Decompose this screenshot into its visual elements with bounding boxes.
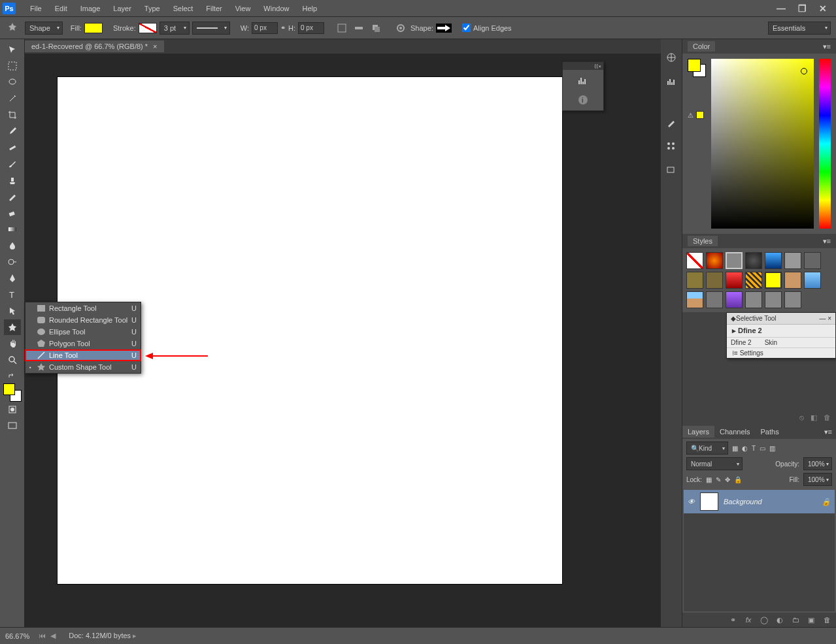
- layers-panel-menu-icon[interactable]: ▾≡: [820, 428, 836, 436]
- new-group-icon[interactable]: 🗀: [790, 615, 801, 625]
- selective-settings[interactable]: ⁞≡ Settings: [727, 348, 835, 358]
- dodge-tool[interactable]: [4, 254, 21, 270]
- magic-wand-tool[interactable]: [4, 91, 21, 106]
- histogram-icon[interactable]: [665, 74, 678, 88]
- marquee-tool[interactable]: [4, 58, 21, 74]
- style-swatch[interactable]: [726, 291, 743, 308]
- move-tool[interactable]: [4, 42, 21, 57]
- workspace-switcher[interactable]: Essentials: [768, 22, 831, 35]
- selective-minimize-icon[interactable]: —: [819, 315, 826, 322]
- style-swatch[interactable]: [765, 272, 782, 289]
- hue-slider[interactable]: [819, 59, 831, 229]
- gamut-warning-icon[interactable]: ⚠: [688, 111, 706, 119]
- document-info[interactable]: Doc: 4.12M/0 bytes: [69, 632, 137, 640]
- navigator-icon[interactable]: [665, 51, 678, 64]
- color-panel-fgbg[interactable]: [688, 59, 706, 77]
- new-adjustment-icon[interactable]: ◐: [775, 615, 785, 625]
- height-input[interactable]: [298, 22, 324, 34]
- new-layer-icon[interactable]: ▣: [806, 615, 816, 625]
- style-swatch[interactable]: [686, 252, 703, 269]
- history-brush-tool[interactable]: [4, 189, 21, 204]
- lock-position-icon[interactable]: ✥: [725, 476, 730, 483]
- color-panel-tab[interactable]: Color: [688, 41, 715, 52]
- lock-transparent-icon[interactable]: ▦: [706, 476, 712, 483]
- screen-mode-icon[interactable]: [4, 418, 21, 434]
- close-tab-icon[interactable]: ×: [153, 42, 157, 50]
- selective-item-1[interactable]: Dfine 2: [731, 339, 752, 346]
- gradient-tool[interactable]: [4, 221, 21, 237]
- fill-swatch[interactable]: [84, 23, 103, 33]
- frame-prev-icon[interactable]: ◀: [50, 632, 59, 641]
- style-swatch[interactable]: [804, 252, 821, 269]
- flyout-line-tool[interactable]: Line Tool U: [25, 349, 141, 361]
- style-swatch[interactable]: [784, 291, 801, 308]
- stroke-style-dropdown[interactable]: [192, 22, 230, 35]
- style-swatch[interactable]: [784, 252, 801, 269]
- selective-tool-panel[interactable]: ◆ Selective Tool — × ▸ Dfine 2 Dfine 2 S…: [726, 312, 836, 359]
- style-swatch[interactable]: [686, 272, 703, 289]
- stroke-weight-input[interactable]: 3 pt: [159, 22, 190, 35]
- pen-tool[interactable]: [4, 270, 21, 286]
- style-swatch[interactable]: [804, 272, 821, 289]
- style-swatch[interactable]: [765, 291, 782, 308]
- fx-icon[interactable]: fx: [743, 615, 754, 625]
- mask-icon[interactable]: ◧: [811, 413, 817, 422]
- add-mask-icon[interactable]: ◯: [759, 615, 769, 625]
- clone-stamp-tool[interactable]: [4, 172, 21, 188]
- custom-shape-thumb[interactable]: [436, 24, 452, 33]
- healing-brush-tool[interactable]: [4, 140, 21, 155]
- no-symbol-icon[interactable]: ⦸: [799, 413, 804, 422]
- filter-type-icon[interactable]: T: [752, 445, 756, 452]
- window-minimize[interactable]: —: [773, 3, 789, 14]
- layer-row-background[interactable]: 👁 Background 🔒: [684, 490, 835, 513]
- menu-window[interactable]: Window: [257, 2, 295, 15]
- panel-close-icon[interactable]: ×: [598, 63, 601, 69]
- window-close[interactable]: ✕: [815, 3, 831, 14]
- style-swatch[interactable]: [745, 291, 762, 308]
- selective-close-icon[interactable]: ×: [828, 315, 831, 322]
- window-restore[interactable]: ❐: [794, 3, 810, 14]
- color-panel-menu-icon[interactable]: ▾≡: [823, 42, 831, 51]
- crop-tool[interactable]: [4, 107, 21, 123]
- visibility-icon[interactable]: 👁: [688, 498, 695, 506]
- flyout-custom-shape-tool[interactable]: ▪ Custom Shape Tool U: [25, 361, 141, 373]
- eraser-tool[interactable]: [4, 205, 21, 221]
- stroke-swatch[interactable]: [139, 23, 157, 33]
- menu-select[interactable]: Select: [167, 2, 200, 15]
- menu-help[interactable]: Help: [295, 2, 324, 15]
- collapsed-panel-group[interactable]: ⟨⟨ × i: [562, 61, 604, 111]
- delete-layer-icon[interactable]: 🗑: [822, 615, 832, 625]
- type-tool[interactable]: T: [4, 287, 21, 302]
- trash-icon[interactable]: 🗑: [824, 413, 831, 421]
- filter-smart-icon[interactable]: ▥: [769, 445, 775, 452]
- align-edges-checkbox[interactable]: [462, 24, 471, 32]
- flyout-polygon-tool[interactable]: Polygon Tool U: [25, 338, 141, 349]
- menu-image[interactable]: Image: [74, 2, 107, 15]
- menu-edit[interactable]: Edit: [48, 2, 74, 15]
- link-layers-icon[interactable]: ⚭: [727, 615, 738, 625]
- style-swatch[interactable]: [784, 272, 801, 289]
- path-arrangement-icon[interactable]: [369, 21, 383, 35]
- clone-source-icon[interactable]: [665, 163, 678, 176]
- link-wh-icon[interactable]: ⚭: [280, 24, 286, 31]
- width-input[interactable]: [252, 22, 278, 34]
- brush-tool[interactable]: [4, 156, 21, 172]
- menu-filter[interactable]: Filter: [199, 2, 228, 15]
- layer-thumbnail[interactable]: [700, 492, 718, 511]
- style-swatch[interactable]: [765, 252, 782, 269]
- info-panel-icon[interactable]: i: [577, 93, 590, 106]
- lock-pixels-icon[interactable]: ✎: [716, 476, 721, 483]
- opacity-input[interactable]: 100%: [803, 457, 832, 470]
- path-selection-tool[interactable]: [4, 303, 21, 319]
- brush-presets-icon[interactable]: [665, 140, 678, 153]
- filter-adjust-icon[interactable]: ◐: [742, 445, 748, 452]
- menu-file[interactable]: File: [24, 2, 48, 15]
- path-alignment-icon[interactable]: [352, 21, 366, 35]
- shape-mode-dropdown[interactable]: Shape: [25, 22, 63, 35]
- blur-tool[interactable]: [4, 238, 21, 253]
- style-swatch[interactable]: [745, 252, 762, 269]
- style-swatch[interactable]: [706, 291, 723, 308]
- channels-tab[interactable]: Channels: [714, 426, 755, 438]
- zoom-level[interactable]: 66.67%: [5, 632, 29, 640]
- zoom-tool[interactable]: [4, 352, 21, 368]
